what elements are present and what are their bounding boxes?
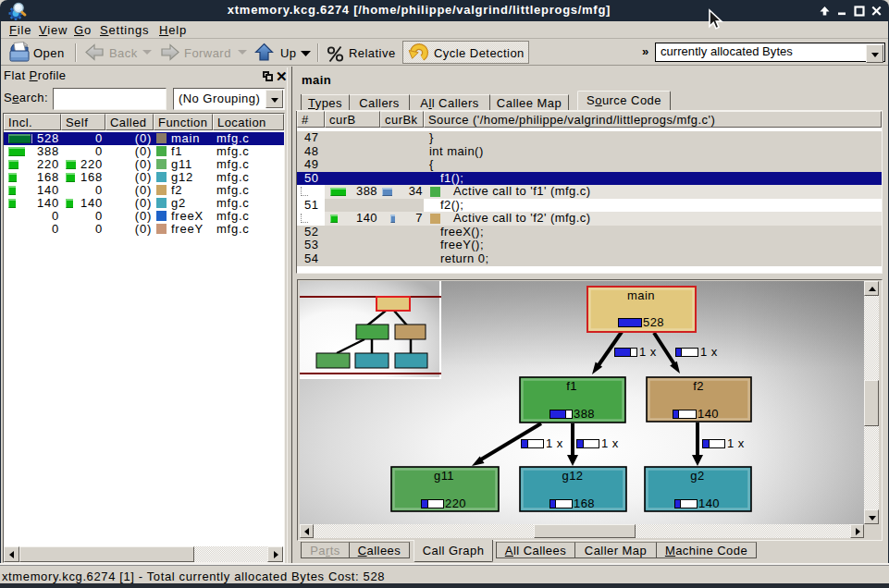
svg-text:f1: f1 [566,379,577,393]
svg-text:1 x: 1 x [546,436,563,450]
svg-text:1 x: 1 x [727,436,745,450]
svg-text:220: 220 [445,496,466,510]
svg-text:1 x: 1 x [601,436,619,450]
svg-text:140: 140 [698,496,720,510]
svg-text:g11: g11 [434,469,454,483]
svg-text:388: 388 [574,407,595,421]
svg-text:g12: g12 [562,469,583,483]
svg-text:g2: g2 [690,469,704,483]
svg-text:528: 528 [643,315,664,329]
svg-text:140: 140 [698,407,719,421]
svg-text:1 x: 1 x [639,345,657,359]
svg-text:1 x: 1 x [700,345,718,359]
svg-text:f2: f2 [693,379,704,393]
svg-text:main: main [627,288,655,302]
svg-text:168: 168 [574,496,595,510]
